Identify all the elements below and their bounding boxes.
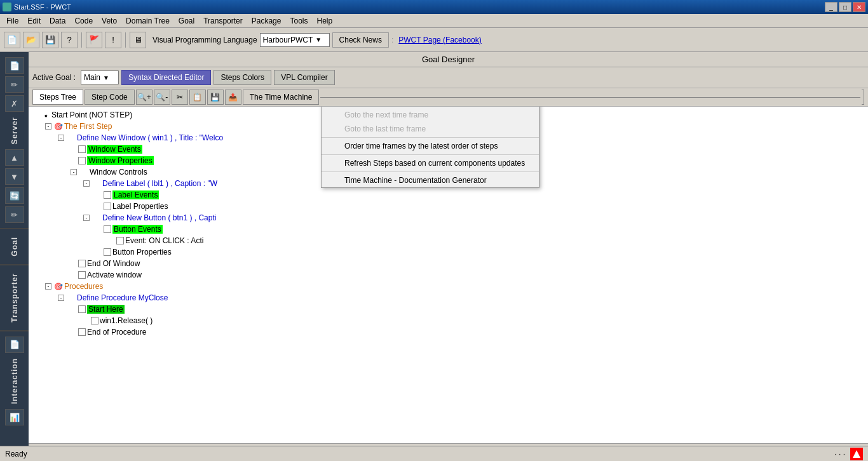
warning-button[interactable]: ! [105,32,121,48]
tree-node: Activate window [69,269,863,281]
time-machine-button[interactable]: The Time Machine [243,90,320,105]
tab-steps-colors[interactable]: Steps Colors [214,70,271,85]
goal-label: Goal [9,233,20,260]
dropdown-sep-6 [322,171,539,172]
tab-vpl-compiler[interactable]: VPL Compiler [274,70,335,85]
tree-text-label-events: Label Events [112,190,159,199]
dropdown-item-18[interactable]: Time Machine - Documentation Generator [322,173,539,187]
dropdown-menu[interactable]: Play as Movie from the first time frame … [321,107,539,188]
separator-1 [81,32,82,48]
define-label-icon [92,179,101,188]
menu-veto[interactable]: Veto [98,15,121,27]
dropdown-item-label-16: Refresh Steps based on current component… [344,159,525,168]
menu-goal[interactable]: Goal [175,15,198,27]
tree-text-event-onclick: Event: ON CLICK : Acti [125,236,203,245]
lang-dropdown[interactable]: HarbourPWCT ▼ [260,33,330,47]
menu-package[interactable]: Package [248,15,285,27]
tab-steps-tree[interactable]: Steps Tree [32,90,83,105]
server-icon-edit[interactable]: ✏ [5,76,24,93]
server-label: Server [9,113,20,148]
main-area: 📄 ✏ ✗ Server ▲ ▼ 🔄 ✏ Goal Transporter 📄 … [0,52,868,461]
interaction-icon-doc[interactable]: 📄 [5,337,24,353]
tab2-spacer [320,97,860,98]
toggle-define-label[interactable]: - [83,180,90,187]
help-button[interactable]: ? [61,32,78,48]
title-bar-text: Start.SSF - PWCT [14,3,71,11]
ready-text: Ready [5,450,27,458]
tree-node: Event: ON CLICK : Acti [107,235,863,246]
zoom-in-btn[interactable]: 🔍+ [136,90,153,105]
toggle-window-controls[interactable]: - [71,169,77,175]
check-news-button[interactable]: Check News [332,32,389,48]
app-icon [3,3,11,11]
server-icon-up[interactable]: ▲ [5,149,24,166]
save-tree-btn[interactable]: 💾 [207,90,224,105]
menu-file[interactable]: File [3,15,22,27]
server-section: 📄 ✏ ✗ Server ▲ ▼ 🔄 ✏ [0,52,29,229]
toggle-first-step[interactable]: - [45,123,51,130]
toggle-define-button[interactable]: - [83,215,90,221]
dropdown-item-label-12: Goto the last time frame [344,124,426,133]
pwct-link[interactable]: PWCT Page (Facebook) [398,36,482,44]
export-btn[interactable]: 📤 [225,90,241,105]
maximize-button[interactable]: □ [839,2,851,12]
server-icon-pen[interactable]: ✏ [5,206,24,223]
menu-code[interactable]: Code [71,15,97,27]
tab-syntax-directed-editor[interactable]: Syntax Directed Editor [121,70,211,85]
dropdown-item-12: Goto the last time frame [322,122,539,136]
dropdown-item-label-18: Time Machine - Documentation Generator [344,176,487,185]
minimize-button[interactable]: _ [825,2,837,12]
menu-bar: File Edit Data Code Veto Domain Tree Goa… [0,14,868,28]
tree-text-win1-release: win1.Release( ) [100,316,153,325]
menu-help[interactable]: Help [313,15,336,27]
close-window-button[interactable]: ✕ [853,2,865,12]
open-button[interactable]: 📂 [23,32,39,48]
separator-2 [125,32,126,48]
tree-node: End of Procedure [69,326,863,338]
toggle-define-window[interactable]: - [58,135,64,141]
flag-button[interactable]: 🚩 [86,32,102,48]
tree-node: Start Here [69,304,863,315]
tree-text-define-label: Define Label ( lbl1 ) , Caption : "W [102,179,217,188]
tree-text-start: Start Point (NOT STEP) [51,110,132,119]
active-goal-select[interactable]: Main ▼ [81,70,119,84]
server-icon-doc[interactable]: 📄 [5,57,24,74]
menu-edit[interactable]: Edit [24,15,44,27]
interaction-section: 📄 Interaction 📊 [0,331,29,461]
interaction-icon-2[interactable]: 📊 [5,409,24,425]
start-icon: ⬥ [41,110,50,119]
zoom-out-btn[interactable]: 🔍- [154,90,170,105]
menu-data[interactable]: Data [46,15,69,27]
tab2-right-border [862,90,864,105]
tab-step-code[interactable]: Step Code [85,90,135,105]
tree-node: - 🎯 Procedures [44,281,863,292]
monitor-button[interactable]: 🖥 [130,32,146,48]
paste-btn[interactable]: 📋 [189,90,206,105]
toggle-define-procedure[interactable]: - [58,295,64,301]
server-icon-x[interactable]: ✗ [5,95,24,112]
new-button[interactable]: 📄 [4,32,20,48]
interaction-label: Interaction [9,354,20,408]
menu-transporter[interactable]: Transporter [200,15,247,27]
dropdown-item-label-11: Goto the next time frame [344,110,428,119]
transporter-section: Transporter [0,265,29,331]
dropdown-item-16[interactable]: Refresh Steps based on current component… [322,156,539,170]
menu-domain-tree[interactable]: Domain Tree [122,15,173,27]
save-button[interactable]: 💾 [42,32,58,48]
tree-text-end-of-procedure: End of Procedure [87,328,146,337]
tree-node: Label Events [95,189,863,201]
dropdown-item-14[interactable]: Order time frames by the latest order of… [322,139,539,153]
tree-node: Label Properties [95,201,863,212]
active-goal-label: Active Goal : [32,73,76,82]
dropdown-sep-5 [322,154,539,155]
server-icon-down[interactable]: ▼ [5,168,24,185]
menu-tools[interactable]: Tools [286,15,311,27]
procedures-icon: 🎯 [54,282,63,291]
server-icon-refresh[interactable]: 🔄 [5,187,24,204]
cut-btn[interactable]: ✂ [172,90,188,105]
title-bar-controls[interactable]: _ □ ✕ [825,2,865,12]
toggle-procedures[interactable]: - [45,283,51,290]
tree-node: Button Properties [95,246,863,258]
tree-text-start-here: Start Here [87,305,125,314]
define-window-icon [67,133,76,142]
